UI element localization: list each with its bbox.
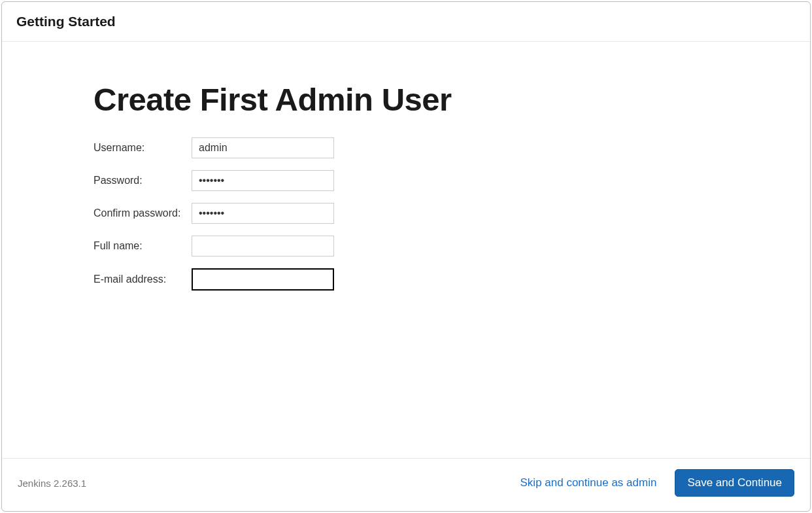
modal-body: Create First Admin User Username: Passwo…	[2, 42, 810, 458]
version-text: Jenkins 2.263.1	[18, 478, 86, 489]
full-name-label: Full name:	[93, 240, 192, 252]
modal-header: Getting Started	[2, 2, 810, 42]
form-row-confirm-password: Confirm password:	[93, 203, 810, 224]
confirm-password-input[interactable]	[192, 203, 334, 224]
email-label: E-mail address:	[93, 274, 192, 285]
full-name-input[interactable]	[192, 236, 334, 256]
setup-wizard-modal: Getting Started Create First Admin User …	[1, 1, 811, 512]
email-input[interactable]	[192, 268, 334, 291]
form-row-email: E-mail address:	[93, 268, 810, 291]
username-input[interactable]	[192, 137, 334, 158]
save-and-continue-button[interactable]: Save and Continue	[675, 469, 794, 497]
form-row-username: Username:	[93, 137, 810, 158]
modal-footer: Jenkins 2.263.1 Skip and continue as adm…	[2, 458, 810, 511]
confirm-password-label: Confirm password:	[93, 207, 192, 219]
form-row-password: Password:	[93, 170, 810, 191]
footer-actions: Skip and continue as admin Save and Cont…	[520, 469, 794, 497]
password-input[interactable]	[192, 170, 334, 191]
form-row-full-name: Full name:	[93, 236, 810, 256]
password-label: Password:	[93, 175, 192, 186]
skip-link[interactable]: Skip and continue as admin	[520, 476, 657, 489]
page-title: Create First Admin User	[93, 81, 810, 118]
modal-header-title: Getting Started	[16, 14, 796, 29]
username-label: Username:	[93, 142, 192, 154]
